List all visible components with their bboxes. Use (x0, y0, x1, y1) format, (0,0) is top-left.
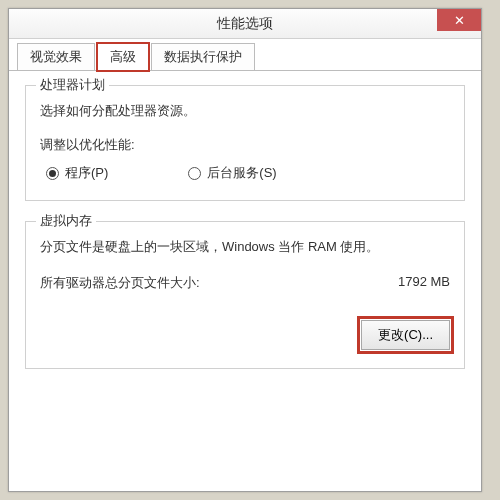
tab-strip: 视觉效果 高级 数据执行保护 (9, 39, 481, 71)
processor-scheduling-group: 处理器计划 选择如何分配处理器资源。 调整以优化性能: 程序(P) 后台服务(S… (25, 85, 465, 201)
radio-background-services[interactable]: 后台服务(S) (188, 164, 276, 182)
tab-label: 视觉效果 (30, 49, 82, 64)
performance-options-window: 性能选项 ✕ 视觉效果 高级 数据执行保护 处理器计划 选择如何分配处理器资源。… (8, 8, 482, 492)
tab-content: 处理器计划 选择如何分配处理器资源。 调整以优化性能: 程序(P) 后台服务(S… (9, 71, 481, 403)
group-description: 分页文件是硬盘上的一块区域，Windows 当作 RAM 使用。 (40, 238, 450, 256)
virtual-memory-group: 虚拟内存 分页文件是硬盘上的一块区域，Windows 当作 RAM 使用。 所有… (25, 221, 465, 369)
titlebar: 性能选项 ✕ (9, 9, 481, 39)
change-button[interactable]: 更改(C)... (361, 320, 450, 350)
paging-size-label: 所有驱动器总分页文件大小: (40, 274, 200, 292)
button-label: 更改(C)... (378, 327, 433, 342)
button-row: 更改(C)... (40, 320, 450, 350)
radio-label: 程序(P) (65, 164, 108, 182)
group-title: 虚拟内存 (36, 212, 96, 230)
radio-programs[interactable]: 程序(P) (46, 164, 108, 182)
radio-icon (46, 167, 59, 180)
group-title: 处理器计划 (36, 76, 109, 94)
paging-size-row: 所有驱动器总分页文件大小: 1792 MB (40, 274, 450, 292)
close-button[interactable]: ✕ (437, 9, 481, 31)
tab-visual-effects[interactable]: 视觉效果 (17, 43, 95, 70)
tab-dep[interactable]: 数据执行保护 (151, 43, 255, 70)
group-description: 选择如何分配处理器资源。 (40, 102, 450, 120)
tab-advanced[interactable]: 高级 (97, 43, 149, 71)
tab-label: 数据执行保护 (164, 49, 242, 64)
close-icon: ✕ (454, 14, 465, 27)
radio-row: 程序(P) 后台服务(S) (40, 164, 450, 182)
radio-label: 后台服务(S) (207, 164, 276, 182)
window-title: 性能选项 (217, 15, 273, 33)
radio-icon (188, 167, 201, 180)
paging-size-value: 1792 MB (398, 274, 450, 292)
tab-label: 高级 (110, 49, 136, 64)
adjust-label: 调整以优化性能: (40, 136, 450, 154)
